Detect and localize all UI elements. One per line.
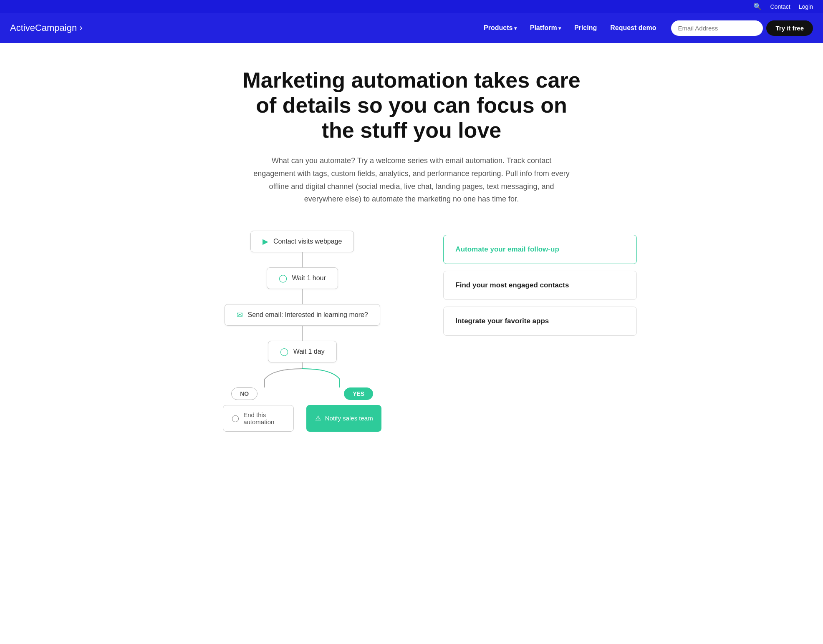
contact-link[interactable]: Contact bbox=[770, 3, 790, 10]
branch-nodes: ◯ End this automation ⚠ Notify sales tea… bbox=[223, 405, 381, 432]
main-content: ▶ Contact visits webpage ◯ Wait 1 hour ✉… bbox=[161, 214, 662, 448]
nav-pricing[interactable]: Pricing bbox=[569, 21, 602, 35]
branch-labels: NO YES bbox=[231, 387, 373, 400]
flow-chart: ▶ Contact visits webpage ◯ Wait 1 hour ✉… bbox=[186, 231, 418, 432]
flow-node-wait2: ◯ Wait 1 day bbox=[268, 341, 337, 362]
flow-node-visit: ▶ Contact visits webpage bbox=[250, 231, 354, 252]
alert-icon: ⚠ bbox=[315, 414, 321, 422]
panel-card-engaged-contacts[interactable]: Find your most engaged contacts bbox=[443, 271, 637, 300]
try-button[interactable]: Try it free bbox=[766, 20, 813, 36]
hero-section: Marketing automation takes care of detai… bbox=[224, 43, 599, 214]
branch-yes-label: YES bbox=[344, 387, 373, 400]
login-link[interactable]: Login bbox=[799, 3, 813, 10]
logo[interactable]: ActiveCampaign › bbox=[10, 23, 83, 33]
right-panel: Automate your email follow-up Find your … bbox=[443, 231, 637, 336]
panel-card-favorite-apps[interactable]: Integrate your favorite apps bbox=[443, 307, 637, 336]
search-icon[interactable]: 🔍 bbox=[753, 3, 762, 10]
branch-lines-svg bbox=[231, 362, 373, 387]
nav-cta: Try it free bbox=[671, 20, 813, 36]
flow-node-wait1: ◯ Wait 1 hour bbox=[267, 267, 338, 289]
flow-node-email: ✉ Send email: Interested in learning mor… bbox=[225, 304, 380, 326]
connector-3 bbox=[302, 326, 303, 341]
panel-card-email-followup[interactable]: Automate your email follow-up bbox=[443, 235, 637, 264]
cancel-icon: ◯ bbox=[232, 414, 239, 422]
nav-platform[interactable]: Platform bbox=[525, 21, 566, 35]
top-bar: 🔍 Contact Login bbox=[0, 0, 823, 13]
cursor-icon: ▶ bbox=[263, 237, 268, 246]
branch-no-label: NO bbox=[231, 387, 258, 400]
hero-subtitle: What can you automate? Try a welcome ser… bbox=[253, 154, 570, 205]
hero-title: Marketing automation takes care of detai… bbox=[240, 68, 583, 143]
connector-2 bbox=[302, 289, 303, 304]
end-automation-node: ◯ End this automation bbox=[223, 405, 294, 432]
main-nav: ActiveCampaign › Products Platform Prici… bbox=[0, 13, 823, 43]
clock-icon-1: ◯ bbox=[279, 274, 287, 283]
nav-demo[interactable]: Request demo bbox=[605, 21, 661, 35]
clock-icon-2: ◯ bbox=[280, 347, 288, 356]
automation-diagram: ▶ Contact visits webpage ◯ Wait 1 hour ✉… bbox=[186, 231, 418, 432]
nav-products[interactable]: Products bbox=[479, 21, 522, 35]
notify-sales-node: ⚠ Notify sales team bbox=[306, 405, 381, 432]
email-icon: ✉ bbox=[237, 310, 243, 319]
branch-area: NO YES ◯ End this automation ⚠ Notify sa… bbox=[186, 362, 418, 432]
nav-links: Products Platform Pricing Request demo bbox=[479, 21, 661, 35]
connector-1 bbox=[302, 252, 303, 267]
email-input[interactable] bbox=[671, 20, 763, 36]
